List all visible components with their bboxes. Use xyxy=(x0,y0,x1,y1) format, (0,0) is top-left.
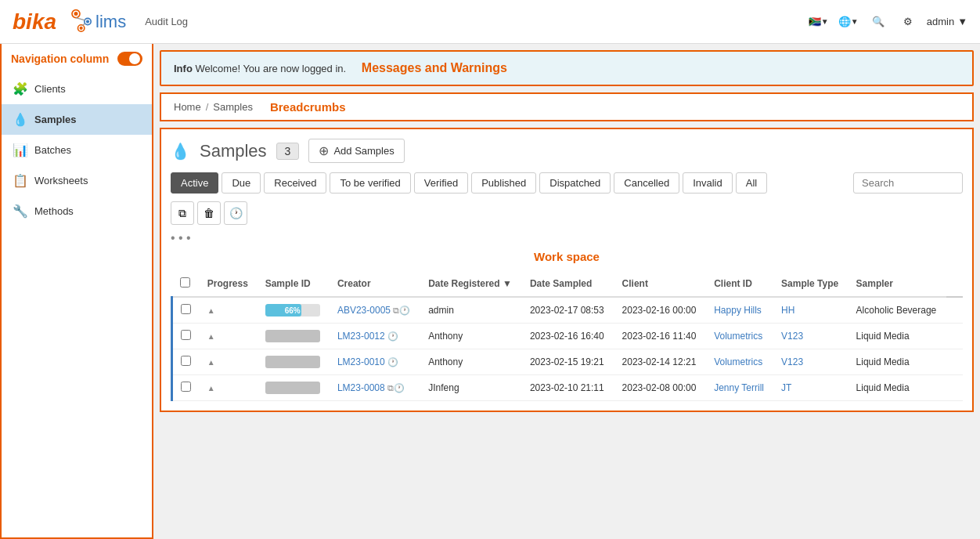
client-id-link[interactable]: V123 xyxy=(781,331,803,342)
breadcrumb: Home / Samples Breadcrumbs xyxy=(160,92,974,121)
tab-active[interactable]: Active xyxy=(171,172,218,194)
tab-to-be-verified[interactable]: To be verified xyxy=(330,172,410,194)
sidebar-item-worksheets[interactable]: 📋 Worksheets xyxy=(2,165,152,196)
flag-icon: 🇿🇦 xyxy=(809,16,821,27)
copy-icon: ⧉ xyxy=(178,207,186,220)
client-id-link[interactable]: HH xyxy=(781,305,794,316)
tabs-row: Active Due Received To be verified Verif… xyxy=(171,172,963,194)
sampler-cell xyxy=(946,375,963,401)
workspace-label: Work space xyxy=(171,250,963,263)
row-checkbox[interactable] xyxy=(181,356,191,366)
workspace-title-icon: 💧 xyxy=(171,142,190,161)
sidebar: Navigation column 🧩 Clients 💧 Samples 📊 … xyxy=(0,44,153,539)
clock-icon: 🕐 xyxy=(229,207,243,219)
sample-id-link[interactable]: ABV23-0005 xyxy=(337,305,391,316)
tab-all[interactable]: All xyxy=(736,172,767,194)
logo-lims-text: lims xyxy=(95,12,126,32)
row-checkbox[interactable] xyxy=(181,382,191,392)
date-registered-cell: 2023-02-10 21:11 xyxy=(522,375,614,401)
batches-icon: 📊 xyxy=(13,143,28,157)
select-all-checkbox[interactable] xyxy=(180,277,190,288)
progress-bar-empty xyxy=(265,382,320,394)
sort-arrow: ▲ xyxy=(207,358,215,367)
alert-icon: 🕐 xyxy=(399,306,410,315)
search-input[interactable] xyxy=(853,172,963,194)
welcome-text: Welcome! You are now logged in. xyxy=(195,63,346,74)
settings-button[interactable]: ⚙ xyxy=(897,11,919,33)
table-row: ▲LM23-0012 🕐Anthony2023-02-16 16:402023-… xyxy=(172,324,964,349)
samples-icon: 💧 xyxy=(13,112,28,127)
col-dateregistered-header[interactable]: Date Registered ▼ xyxy=(420,271,522,297)
progress-text: 66% xyxy=(265,304,320,317)
col-client-header: Client xyxy=(614,271,707,297)
svg-point-1 xyxy=(74,12,78,16)
breadcrumb-label: Breadcrumbs xyxy=(270,100,346,114)
sidebar-label-methods: Methods xyxy=(34,205,74,217)
add-samples-button[interactable]: ⊕ Add Samples xyxy=(308,139,404,163)
client-link[interactable]: Jenny Terrill xyxy=(714,382,764,393)
tab-invalid[interactable]: Invalid xyxy=(683,172,733,194)
globe-dropdown[interactable]: 🌐 ▼ xyxy=(838,11,859,33)
delete-action-button[interactable]: 🗑 xyxy=(197,201,221,225)
admin-menu[interactable]: admin ▼ xyxy=(927,16,967,27)
sidebar-title: Navigation column xyxy=(11,52,109,65)
flag-chevron: ▼ xyxy=(821,17,829,26)
flag-dropdown[interactable]: 🇿🇦 ▼ xyxy=(808,11,830,33)
sampler-cell xyxy=(946,324,963,349)
worksheets-icon: 📋 xyxy=(13,173,28,188)
sort-arrow: ▲ xyxy=(207,332,215,341)
globe-chevron: ▼ xyxy=(851,17,859,26)
sample-id-link[interactable]: LM23-0008 xyxy=(337,382,385,393)
sidebar-item-clients[interactable]: 🧩 Clients xyxy=(2,74,152,104)
table-row: ▲LM23-0008 ⧉🕐JInfeng2023-02-10 21:112023… xyxy=(172,375,964,401)
client-id-link[interactable]: V123 xyxy=(781,356,803,367)
col-creator-header: Creator xyxy=(330,271,420,297)
methods-icon: 🔧 xyxy=(13,204,28,219)
breadcrumb-home[interactable]: Home xyxy=(174,101,201,113)
globe-icon: 🌐 xyxy=(838,16,851,27)
tab-published[interactable]: Published xyxy=(471,172,536,194)
search-button[interactable]: 🔍 xyxy=(867,11,889,33)
logo: bika lims xyxy=(13,6,126,38)
logo-molecules-icon xyxy=(56,6,95,38)
date-sampled-cell: 2023-02-08 00:00 xyxy=(614,375,707,401)
alert-icon: 🕐 xyxy=(387,331,398,341)
tab-verified[interactable]: Verified xyxy=(414,172,468,194)
action-icons-row: ⧉ 🗑 🕐 xyxy=(171,201,963,225)
sidebar-item-methods[interactable]: 🔧 Methods xyxy=(2,196,152,226)
sample-id-link[interactable]: LM23-0012 xyxy=(337,331,385,342)
nav-audit-log[interactable]: Audit Log xyxy=(145,16,188,27)
client-link[interactable]: Volumetrics xyxy=(714,331,762,342)
sidebar-item-batches[interactable]: 📊 Batches xyxy=(2,135,152,165)
messages-title: Messages and Warnings xyxy=(362,61,507,74)
sidebar-item-samples[interactable]: 💧 Samples xyxy=(2,104,152,135)
sample-type-cell: Liquid Media xyxy=(848,324,947,349)
sampler-cell xyxy=(946,349,963,375)
tab-dispatched[interactable]: Dispatched xyxy=(539,172,611,194)
table-header-row: Progress Sample ID Creator Date Register… xyxy=(172,271,964,297)
row-checkbox[interactable] xyxy=(181,330,191,340)
tab-cancelled[interactable]: Cancelled xyxy=(614,172,679,194)
date-sampled-cell: 2023-02-14 12:21 xyxy=(614,349,707,375)
tab-due[interactable]: Due xyxy=(222,172,261,194)
info-label: Info xyxy=(174,63,193,74)
table-row: ▲ 66% ABV23-0005 ⧉🕐admin2023-02-17 08:53… xyxy=(172,297,964,324)
admin-label: admin xyxy=(927,16,954,27)
creator-cell: admin xyxy=(420,297,522,324)
header: bika lims Audit Log 🇿🇦 ▼ 🌐 ▼ 🔍 ⚙ xyxy=(0,0,980,44)
tab-received[interactable]: Received xyxy=(264,172,326,194)
search-icon: 🔍 xyxy=(872,16,885,27)
samples-table: Progress Sample ID Creator Date Register… xyxy=(171,271,963,401)
sidebar-label-clients: Clients xyxy=(34,83,66,95)
sidebar-toggle[interactable] xyxy=(117,52,142,66)
copy-action-button[interactable]: ⧉ xyxy=(171,201,194,225)
client-id-link[interactable]: JT xyxy=(781,382,791,393)
clock-action-button[interactable]: 🕐 xyxy=(224,201,247,225)
row-checkbox[interactable] xyxy=(181,304,191,314)
svg-point-3 xyxy=(86,20,89,23)
sidebar-label-samples: Samples xyxy=(34,114,76,125)
logo-bika-text: bika xyxy=(13,9,56,34)
sample-id-link[interactable]: LM23-0010 xyxy=(337,356,385,367)
client-link[interactable]: Happy Hills xyxy=(714,305,762,316)
client-link[interactable]: Volumetrics xyxy=(714,356,762,367)
